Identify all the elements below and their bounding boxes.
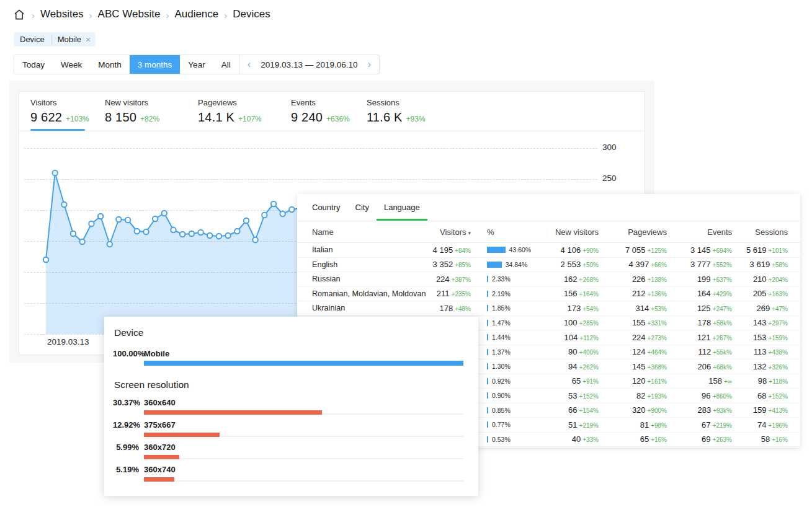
cell-value: 81 <box>640 420 649 430</box>
column-header-item[interactable]: % <box>471 227 539 237</box>
range-tab-all[interactable]: All <box>213 55 239 74</box>
percent-cell: 2.19% <box>471 290 539 298</box>
range-tab-3-months[interactable]: 3 months <box>130 55 181 74</box>
breadcrumb-item-abc-website[interactable]: ABC Website <box>98 8 161 20</box>
breadcrumb-item-websites[interactable]: Websites <box>40 8 84 20</box>
chart-area-fill <box>46 173 301 334</box>
metric-row-360x640[interactable]: 30.37%360x640 <box>113 398 463 415</box>
cell-value: 113 <box>754 347 767 356</box>
chart-point <box>244 218 249 223</box>
metric-row-375x667[interactable]: 12.92%375x667 <box>113 420 463 437</box>
tab-language[interactable]: Language <box>377 194 427 221</box>
breadcrumb-item-current[interactable]: Devices <box>233 8 270 20</box>
remove-filter-icon[interactable]: × <box>86 35 96 45</box>
percent-bar <box>487 407 488 413</box>
column-header-visitors[interactable]: Visitors▾ <box>419 227 471 237</box>
new-visitors-cell: 100+285% <box>539 318 599 327</box>
pageviews-cell: 212+136% <box>599 289 667 298</box>
new-visitors-cell: 4 106+90% <box>539 245 599 255</box>
column-header-pageviews[interactable]: Pageviews <box>599 227 667 237</box>
tab-city[interactable]: City <box>348 194 377 221</box>
table-row[interactable]: Romanian, Moldavian, Moldovan211+235%2.1… <box>297 287 800 302</box>
cell-value: 58 <box>761 434 770 444</box>
percent-value: 0.85% <box>492 407 511 414</box>
cell-delta: +98% <box>651 422 667 429</box>
range-tab-month[interactable]: Month <box>90 55 130 74</box>
percent-cell: 0.77% <box>471 421 539 428</box>
metric-bar <box>144 477 174 482</box>
cell-value: 53 <box>568 391 577 400</box>
pageviews-cell: 81+98% <box>599 420 667 430</box>
name-cell: Ukrainian <box>297 304 419 312</box>
events-cell: 96+860% <box>667 391 732 400</box>
column-header-name[interactable]: Name <box>297 227 419 237</box>
home-icon[interactable] <box>13 9 25 20</box>
percent-cell: 34.84% <box>471 261 539 268</box>
chart-point <box>43 257 48 262</box>
chart-point <box>280 211 285 216</box>
resolution-section-title: Screen resolution <box>114 379 463 390</box>
cell-value: 132 <box>753 362 767 371</box>
tab-country[interactable]: Country <box>305 194 348 221</box>
filter-chip: Device Mobile × <box>14 32 96 46</box>
cell-delta: +85% <box>455 262 471 268</box>
stat-label: Sessions <box>367 98 441 107</box>
column-header-events[interactable]: Events <box>667 227 732 237</box>
cell-delta: +400% <box>579 349 599 356</box>
metric-row-360x740[interactable]: 5.19%360x740 <box>113 465 463 482</box>
range-tab-today[interactable]: Today <box>14 55 53 74</box>
table-header-row: NameVisitors▾%New visitorsPageviewsEvent… <box>297 221 800 243</box>
breadcrumb-item-audience[interactable]: Audience <box>174 8 218 20</box>
stat-sessions[interactable]: Sessions11.6 K+93% <box>367 98 441 131</box>
metric-row-mobile[interactable]: 100.00%Mobile <box>113 349 463 366</box>
cell-delta: +154% <box>579 407 599 414</box>
percent-bar <box>487 262 502 268</box>
metric-bar-track <box>144 432 463 437</box>
breadcrumb-separator: › <box>89 9 92 20</box>
pageviews-cell: 7 055+125% <box>599 245 667 255</box>
cell-value: 226 <box>632 275 646 284</box>
percent-value: 0.53% <box>492 436 511 443</box>
cell-delta: +138% <box>648 276 667 283</box>
new-visitors-cell: 104+112% <box>539 333 599 342</box>
metric-bar <box>144 361 463 366</box>
cell-value: 4 195 <box>433 245 453 255</box>
range-tab-week[interactable]: Week <box>53 55 90 74</box>
prev-period-icon[interactable]: ‹ <box>248 59 251 71</box>
percent-cell: 0.85% <box>471 407 539 414</box>
cell-delta: +297% <box>769 320 788 327</box>
cell-value: 145 <box>632 362 646 371</box>
sessions-cell: 269+47% <box>732 304 800 313</box>
cell-value: 82 <box>636 391 645 400</box>
name-cell: Italian <box>297 245 419 254</box>
cell-value: 112 <box>698 347 711 356</box>
table-row[interactable]: English3 352+85%34.84%2 553+50%4 397+66%… <box>297 258 800 273</box>
stat-events[interactable]: Events9 240+636% <box>291 98 360 131</box>
metric-row-360x720[interactable]: 5.99%360x720 <box>113 443 463 459</box>
cell-delta: +204% <box>769 276 788 283</box>
metric-percent: 5.99% <box>113 443 139 459</box>
percent-bar <box>487 421 488 428</box>
visitors-cell: 211+235% <box>419 289 471 298</box>
cell-delta: +68k% <box>713 364 732 371</box>
stat-new-visitors[interactable]: New visitors8 150+82% <box>105 98 192 131</box>
column-header-new-visitors[interactable]: New visitors <box>539 227 599 237</box>
stat-visitors[interactable]: Visitors9 622+103% <box>30 98 99 131</box>
range-tab-year[interactable]: Year <box>180 55 213 74</box>
cell-value: 143 <box>753 318 767 327</box>
metric-name: 360x720 <box>144 443 463 452</box>
cell-delta: +273% <box>648 335 667 342</box>
stat-pageviews[interactable]: Pageviews14.1 K+107% <box>198 98 285 131</box>
table-row[interactable]: Ukrainian178+48%1.85%173+54%314+53%125+2… <box>297 301 800 316</box>
percent-cell: 1.47% <box>471 319 539 327</box>
cell-value: 162 <box>564 275 578 284</box>
stat-delta: +636% <box>326 115 350 123</box>
date-range-label[interactable]: 2019.03.13 — 2019.06.10 <box>261 60 357 69</box>
column-header-sessions[interactable]: Sessions <box>732 227 800 237</box>
cell-value: 65 <box>640 434 649 444</box>
table-row[interactable]: Italian4 195+84%43.60%4 106+90%7 055+125… <box>297 243 800 258</box>
cell-value: 120 <box>632 376 646 386</box>
stat-label: Pageviews <box>198 98 285 107</box>
table-row[interactable]: Russian224+387%2.33%162+268%226+138%199+… <box>297 272 800 287</box>
next-period-icon[interactable]: › <box>367 59 371 71</box>
